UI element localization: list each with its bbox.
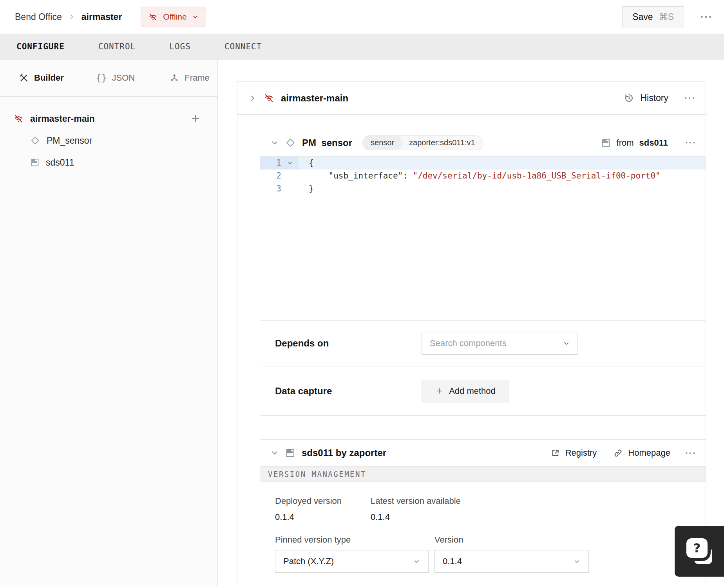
machine-part-actions: History xyxy=(624,93,695,103)
save-button-label: Save xyxy=(632,12,653,22)
history-icon xyxy=(624,93,634,103)
history-button[interactable]: History xyxy=(640,93,668,103)
tree-item-label: PM_sensor xyxy=(47,135,92,146)
component-card-pm-sensor: PM_sensor sensor zaporter:sds011:v1 from xyxy=(260,129,706,416)
configure-main: airmaster-main History xyxy=(218,60,724,587)
top-bar-actions: Save ⌘S xyxy=(622,6,712,27)
braces-icon: {} xyxy=(96,73,107,83)
tools-icon xyxy=(19,73,29,83)
code-token: } xyxy=(309,184,314,193)
top-bar: Bend Office airmaster Offline Save ⌘S xyxy=(0,0,724,34)
breadcrumb-location[interactable]: Bend Office xyxy=(15,12,62,22)
version-select[interactable]: 0.1.4 xyxy=(434,550,589,573)
homepage-link[interactable]: Homepage xyxy=(613,448,670,458)
data-capture-row: Data capture Add method xyxy=(260,366,706,415)
machine-status-badge[interactable]: Offline xyxy=(141,7,206,27)
module-icon xyxy=(601,138,611,148)
module-menu-icon[interactable] xyxy=(684,451,696,455)
add-method-button[interactable]: Add method xyxy=(422,380,509,402)
latest-version-label: Latest version available xyxy=(371,496,461,506)
frame-axes-icon xyxy=(169,73,179,83)
line-number: 3 xyxy=(260,182,281,195)
component-diamond-icon xyxy=(285,137,296,148)
chevron-down-icon[interactable] xyxy=(270,449,279,457)
version-value: 0.1.4 xyxy=(443,556,462,566)
code-token-key: "usb_interface" xyxy=(309,171,403,180)
fold-chevron-icon[interactable] xyxy=(281,157,299,170)
attributes-json-editor[interactable]: 1 { 2 xyxy=(260,157,706,320)
module-card-header: sds011 by zaporter Registry xyxy=(260,440,706,466)
breadcrumb-machine[interactable]: airmaster xyxy=(81,12,122,22)
save-shortcut-hint: ⌘S xyxy=(659,12,674,22)
machine-tab-bar: CONFIGURE CONTROL LOGS CONNECT xyxy=(0,34,724,60)
module-actions: Registry Homepage xyxy=(550,448,696,458)
chevron-down-icon xyxy=(563,340,570,347)
wifi-off-icon xyxy=(148,12,158,22)
latest-version-value: 0.1.4 xyxy=(371,512,461,522)
from-module-link[interactable]: from sds011 xyxy=(601,138,668,148)
overflow-menu-icon[interactable] xyxy=(700,15,712,19)
mode-builder[interactable]: Builder xyxy=(19,73,64,83)
mode-frame[interactable]: Frame xyxy=(169,73,210,83)
component-menu-icon[interactable] xyxy=(684,141,696,144)
help-button[interactable]: ? xyxy=(675,526,724,577)
chevron-down-icon xyxy=(413,558,420,565)
tab-connect[interactable]: CONNECT xyxy=(224,42,262,51)
registry-link[interactable]: Registry xyxy=(550,448,597,458)
wifi-off-icon xyxy=(264,93,274,103)
configure-sidebar: Builder {} JSON Frame xyxy=(0,60,218,587)
line-number: 1 xyxy=(260,157,281,170)
add-component-button[interactable] xyxy=(190,113,201,124)
mode-json[interactable]: {} JSON xyxy=(96,73,135,83)
breadcrumb: Bend Office airmaster xyxy=(15,12,122,22)
component-model: zaporter:sds011:v1 xyxy=(404,136,483,150)
pinned-version-type-select[interactable]: Patch (X.Y.Z) xyxy=(275,550,429,573)
depends-on-select[interactable]: Search components xyxy=(422,332,577,355)
depends-on-label: Depends on xyxy=(275,338,422,349)
chevron-down-icon xyxy=(192,14,199,20)
code-token: : xyxy=(403,171,413,180)
version-management-title: VERSION MANAGEMENT xyxy=(268,470,366,478)
chevron-right-icon xyxy=(68,13,75,20)
tab-configure[interactable]: CONFIGURE xyxy=(16,42,65,51)
tab-control[interactable]: CONTROL xyxy=(98,42,136,51)
link-icon xyxy=(613,448,623,458)
module-title: sds011 by zaporter xyxy=(302,447,386,458)
mode-frame-label: Frame xyxy=(185,73,210,83)
depends-on-placeholder: Search components xyxy=(430,338,507,348)
tree-item-pm-sensor[interactable]: PM_sensor xyxy=(0,130,217,152)
from-module-name: sds011 xyxy=(639,138,668,148)
part-menu-icon[interactable] xyxy=(684,96,695,100)
code-line[interactable]: 3 } xyxy=(260,182,706,195)
component-tree: airmaster-main PM_sensor sds011 xyxy=(0,97,217,173)
version-management-body: Deployed version 0.1.4 Latest version av… xyxy=(260,482,706,584)
content-area: Builder {} JSON Frame xyxy=(0,60,724,587)
tree-item-sds011[interactable]: sds011 xyxy=(0,152,217,173)
plus-icon xyxy=(435,387,443,395)
code-line[interactable]: 2 "usb_interface": "/dev/serial/by-id/us… xyxy=(260,170,706,182)
machine-part-header: airmaster-main History xyxy=(237,82,706,115)
chevron-down-icon[interactable] xyxy=(270,139,279,147)
code-line[interactable]: 1 { xyxy=(260,157,706,170)
add-method-label: Add method xyxy=(449,386,496,396)
component-card-header: PM_sensor sensor zaporter:sds011:v1 from xyxy=(260,129,706,157)
status-badge-label: Offline xyxy=(163,12,186,22)
component-type: sensor xyxy=(363,136,404,150)
deployed-version-value: 0.1.4 xyxy=(275,512,371,522)
chevron-right-icon[interactable] xyxy=(248,94,257,103)
view-mode-switcher: Builder {} JSON Frame xyxy=(0,60,217,97)
tab-logs[interactable]: LOGS xyxy=(169,42,191,51)
module-icon xyxy=(30,158,40,167)
component-title: PM_sensor xyxy=(302,137,352,148)
machine-part-body: PM_sensor sensor zaporter:sds011:v1 from xyxy=(237,129,706,584)
version-management-section-header: VERSION MANAGEMENT xyxy=(260,466,706,482)
pinned-version-type-label: Pinned version type xyxy=(275,535,434,545)
registry-label: Registry xyxy=(565,448,597,458)
module-card-sds011: sds011 by zaporter Registry xyxy=(260,439,706,584)
save-button[interactable]: Save ⌘S xyxy=(622,6,684,27)
tree-item-machine-part[interactable]: airmaster-main xyxy=(0,108,217,130)
version-label: Version xyxy=(434,535,589,545)
mode-json-label: JSON xyxy=(112,73,135,83)
line-number: 2 xyxy=(260,170,281,182)
pinned-version-type-value: Patch (X.Y.Z) xyxy=(283,556,334,566)
